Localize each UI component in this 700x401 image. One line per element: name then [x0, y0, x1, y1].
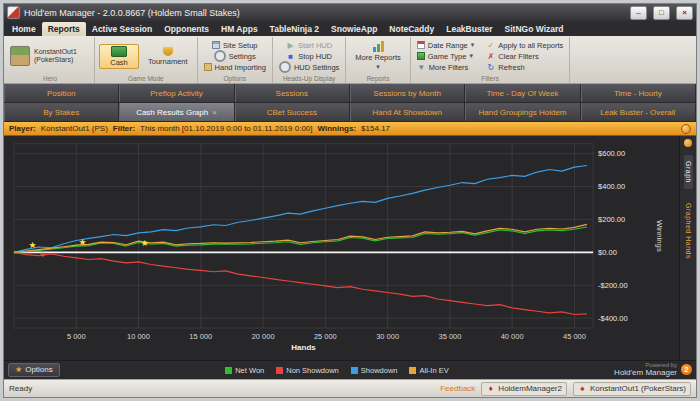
player-filter-bar: Player: KonstantOut1 (PS) Filter: This m…	[4, 122, 696, 136]
hm-account-name: HoldemManager2	[498, 384, 562, 393]
ribbon-group-hero: KonstantOut1 (PokerStars) Hero	[6, 37, 95, 83]
start-hud-button[interactable]: ▶ Start HUD	[284, 40, 334, 50]
more-filters-button[interactable]: ▼ More Filters	[415, 62, 477, 72]
report-tab-hand-at-showdown[interactable]: Hand At Showdown	[350, 103, 465, 121]
maximize-button[interactable]: □	[653, 6, 670, 20]
ribbon-tab-active-session[interactable]: Active Session	[86, 22, 158, 36]
svg-text:$200.00: $200.00	[598, 215, 625, 224]
hero-selector[interactable]: KonstantOut1 (PokerStars)	[10, 38, 90, 74]
apply-to-all-reports-button[interactable]: ✓ Apply to all Reports	[484, 40, 565, 50]
ribbon-group-game-mode: Cash Tournament Game Mode	[95, 37, 198, 83]
ribbon-tab-leakbuster[interactable]: LeakBuster	[440, 22, 498, 36]
player-value: KonstantOut1 (PS)	[41, 124, 108, 133]
strip-icon	[684, 139, 692, 147]
folder-icon	[204, 63, 212, 71]
legend-swatch	[225, 367, 232, 374]
more-reports-button[interactable]: More Reports ▾	[350, 39, 405, 73]
tournament-button[interactable]: Tournament	[143, 45, 193, 68]
svg-text:Winnings: Winnings	[655, 220, 664, 252]
refresh-button[interactable]: ↻ Refresh	[484, 62, 565, 72]
spade-icon: ♠	[578, 384, 587, 393]
svg-text:45 000: 45 000	[563, 332, 586, 341]
svg-text:$0.00: $0.00	[598, 248, 617, 257]
ribbon-tab-sitngo-wizard[interactable]: SitNGo Wizard	[499, 22, 570, 36]
report-tab-leak-buster-overall[interactable]: Leak Buster - Overall	[581, 103, 696, 121]
site-setup-button[interactable]: Site Setup	[210, 40, 260, 50]
svg-text:35 000: 35 000	[438, 332, 461, 341]
apply-to-all-reports-label: Apply to all Reports	[498, 41, 563, 50]
ribbon-tab-hm-apps[interactable]: HM Apps	[215, 22, 264, 36]
ribbon-group-options: Site Setup Settings Hand Importing Optio…	[198, 37, 273, 83]
chart-zone: 5 00010 00015 00020 00025 00030 00035 00…	[4, 136, 696, 360]
ribbon-group-label-filters: Filters	[415, 74, 566, 83]
flag-icon: ★	[15, 365, 22, 374]
ribbon-tab-home[interactable]: Home	[6, 22, 42, 36]
side-tab-strip: Graph Graphed Hands	[679, 136, 696, 360]
svg-text:$400.00: $400.00	[598, 182, 625, 191]
svg-text:25 000: 25 000	[314, 332, 337, 341]
check-icon: ✓	[486, 41, 495, 50]
winnings-value: $154.17	[361, 124, 390, 133]
stop-hud-button[interactable]: ■ Stop HUD	[284, 51, 334, 61]
minimize-button[interactable]: –	[630, 6, 647, 20]
ribbon-tab-bar: Home Reports Active Session Opponents HM…	[4, 21, 696, 36]
chevron-down-icon: ▾	[376, 63, 380, 71]
graph-footer: ★ Options Net Won Non Showdown Showdown …	[4, 360, 696, 379]
report-tab-time-day-of-week[interactable]: Time - Day Of Week	[465, 84, 580, 102]
player-bar-help-icon[interactable]	[681, 124, 691, 134]
report-tab-position[interactable]: Position	[4, 84, 119, 102]
hud-settings-label: HUD Settings	[294, 63, 339, 72]
settings-button[interactable]: Settings	[212, 51, 258, 61]
cash-icon	[111, 46, 127, 57]
report-tab-sessions[interactable]: Sessions	[235, 84, 350, 102]
hand-importing-button[interactable]: Hand Importing	[202, 62, 268, 72]
filter-label: Filter:	[113, 124, 135, 133]
game-type-button[interactable]: Game Type ▾	[415, 51, 477, 61]
side-tab-graphed-hands[interactable]: Graphed Hands	[684, 197, 693, 265]
report-tab-by-stakes[interactable]: By Stakes	[4, 103, 119, 121]
ribbon-tab-opponents[interactable]: Opponents	[158, 22, 215, 36]
clear-filters-button[interactable]: ✗ Clear Filters	[484, 51, 565, 61]
window-frame: Hold'em Manager - 2.0.0.8667 (Holdem Sma…	[0, 0, 700, 401]
legend-label: Net Won	[235, 366, 264, 375]
app-window: Hold'em Manager - 2.0.0.8667 (Holdem Sma…	[3, 3, 697, 398]
site-setup-label: Site Setup	[223, 41, 258, 50]
game-type-label: Game Type	[428, 52, 467, 61]
ribbon-group-filters: Date Range ▾ Game Type ▾ ▼ More Filters	[411, 37, 571, 83]
more-filters-label: More Filters	[429, 63, 469, 72]
close-icon[interactable]: ×	[212, 108, 217, 117]
ribbon-tab-snowieapp[interactable]: SnowieApp	[325, 22, 383, 36]
settings-label: Settings	[229, 52, 256, 61]
ribbon-tab-notecaddy[interactable]: NoteCaddy	[383, 22, 440, 36]
report-tab-cash-results-graph[interactable]: Cash Results Graph ×	[119, 103, 234, 121]
date-range-label: Date Range	[428, 41, 468, 50]
legend-item-showdown: Showdown	[351, 366, 398, 375]
funnel-icon: ▼	[417, 63, 426, 72]
feedback-link[interactable]: Feedback	[440, 384, 475, 393]
clear-filters-label: Clear Filters	[498, 52, 538, 61]
ribbon-group-reports: More Reports ▾ Reports	[346, 37, 410, 83]
ribbon-tab-tableninja-2[interactable]: TableNinja 2	[264, 22, 325, 36]
brand-text: Hold'em Manager	[614, 369, 677, 378]
title-bar: Hold'em Manager - 2.0.0.8667 (Holdem Sma…	[4, 4, 696, 21]
pokerstars-account-name: KonstantOut1 (PokerStars)	[590, 384, 686, 393]
tournament-label: Tournament	[148, 57, 188, 66]
side-tab-graph[interactable]: Graph	[684, 155, 693, 189]
cash-button[interactable]: Cash	[99, 44, 139, 69]
svg-text:5 000: 5 000	[67, 332, 86, 341]
report-tab-time-hourly[interactable]: Time - Hourly	[581, 84, 696, 102]
report-tab-sessions-by-month[interactable]: Sessions by Month	[350, 84, 465, 102]
hm-account-chip[interactable]: ♦ HoldemManager2	[481, 382, 567, 396]
hero-avatar-icon	[10, 46, 30, 66]
powered-by-block: Powered by Hold'em Manager 2	[614, 362, 692, 377]
report-tab-hand-groupings-holdem[interactable]: Hand Groupings Holdem	[465, 103, 580, 121]
pokerstars-account-chip[interactable]: ♠ KonstantOut1 (PokerStars)	[573, 382, 691, 396]
options-button[interactable]: ★ Options	[8, 363, 60, 377]
ribbon-tab-reports[interactable]: Reports	[42, 22, 86, 36]
svg-text:-$400.00: -$400.00	[598, 314, 628, 323]
hud-settings-button[interactable]: HUD Settings	[277, 62, 341, 72]
close-button[interactable]: ×	[676, 6, 693, 20]
report-tab-preflop-activity[interactable]: Preflop Activity	[119, 84, 234, 102]
report-tab-cbet-success[interactable]: CBet Success	[235, 103, 350, 121]
date-range-button[interactable]: Date Range ▾	[415, 40, 477, 50]
